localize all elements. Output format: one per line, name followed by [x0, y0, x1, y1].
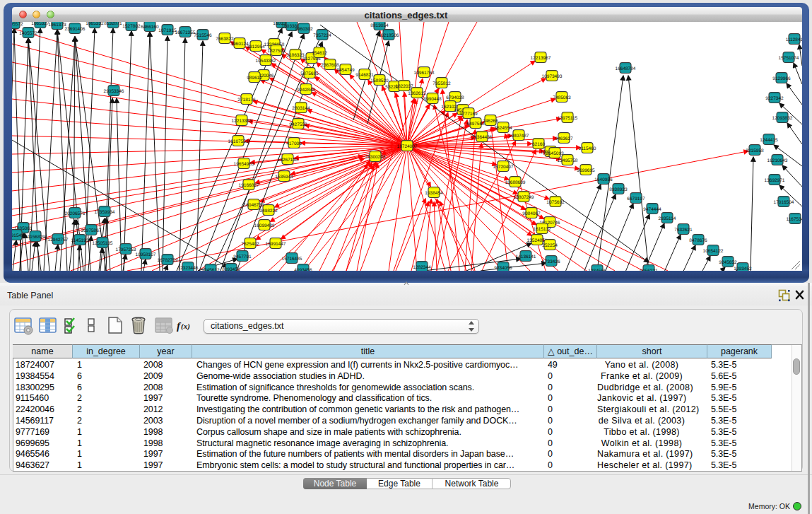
- svg-text:9834056: 9834056: [494, 266, 512, 271]
- svg-text:7485063: 7485063: [553, 95, 571, 100]
- svg-text:9960302: 9960302: [295, 27, 313, 32]
- svg-text:1065332: 1065332: [86, 22, 104, 26]
- svg-text:1615132: 1615132: [533, 227, 551, 232]
- svg-text:1588520: 1588520: [370, 78, 389, 83]
- svg-text:1961373: 1961373: [48, 23, 66, 28]
- svg-text:3960124: 3960124: [230, 42, 249, 47]
- svg-text:12942757: 12942757: [48, 238, 69, 243]
- svg-text:15751074: 15751074: [779, 56, 799, 61]
- svg-text:1938454: 1938454: [425, 191, 443, 196]
- svg-text:9084067: 9084067: [522, 211, 541, 216]
- svg-text:16782759: 16782759: [158, 258, 178, 263]
- svg-text:15716485: 15716485: [282, 257, 302, 262]
- svg-text:9242848: 9242848: [297, 88, 315, 93]
- svg-text:7955812: 7955812: [433, 81, 451, 86]
- svg-text:17016504: 17016504: [774, 200, 794, 205]
- svg-text:3912954: 3912954: [247, 45, 265, 49]
- svg-text:12323446: 12323446: [178, 266, 199, 271]
- svg-text:7632621: 7632621: [674, 228, 693, 233]
- svg-text:1527802: 1527802: [122, 24, 141, 29]
- svg-text:8532871: 8532871: [104, 22, 122, 26]
- svg-text:16991447: 16991447: [266, 242, 286, 247]
- svg-text:10543362: 10543362: [256, 59, 276, 64]
- svg-text:1167534: 1167534: [787, 217, 802, 222]
- svg-text:30975867: 30975867: [81, 228, 102, 233]
- svg-text:13975115: 13975115: [558, 116, 578, 121]
- svg-text:2367608: 2367608: [321, 63, 339, 68]
- svg-text:8938923: 8938923: [609, 187, 628, 192]
- svg-text:10958107: 10958107: [136, 252, 156, 257]
- svg-text:3624554: 3624554: [494, 126, 512, 131]
- svg-text:15720407: 15720407: [493, 165, 514, 170]
- svg-text:16099489: 16099489: [254, 223, 275, 228]
- svg-text:8990448: 8990448: [423, 97, 442, 102]
- svg-text:10973493: 10973493: [542, 74, 563, 79]
- svg-text:12213363: 12213363: [232, 119, 252, 124]
- svg-text:417006: 417006: [286, 141, 302, 146]
- svg-text:1145193: 1145193: [71, 238, 89, 243]
- svg-text:20206576: 20206576: [65, 211, 86, 216]
- svg-text:9699695: 9699695: [577, 168, 595, 173]
- svg-text:9129966: 9129966: [772, 76, 791, 81]
- svg-text:1640956: 1640956: [594, 177, 613, 182]
- svg-text:1405572: 1405572: [19, 31, 37, 36]
- svg-text:25300203: 25300203: [365, 155, 386, 160]
- svg-text:2803144: 2803144: [292, 106, 310, 111]
- svg-text:5875685: 5875685: [300, 71, 319, 76]
- svg-text:9146821: 9146821: [355, 73, 374, 78]
- svg-text:7663822: 7663822: [216, 37, 234, 42]
- svg-text:6794028: 6794028: [446, 95, 464, 100]
- svg-text:9457791: 9457791: [233, 255, 252, 259]
- svg-text:12093832: 12093832: [772, 116, 793, 121]
- svg-text:6466160: 6466160: [141, 25, 159, 30]
- svg-text:1362615: 1362615: [408, 91, 426, 96]
- svg-text:18724007: 18724007: [397, 144, 418, 149]
- svg-text:9245652: 9245652: [719, 260, 737, 265]
- svg-text:154612: 154612: [312, 51, 327, 56]
- svg-text:252254: 252254: [542, 243, 558, 248]
- svg-text:10688609: 10688609: [505, 180, 526, 185]
- svg-text:1112841: 1112841: [786, 37, 802, 42]
- svg-text:19654983: 19654983: [234, 162, 254, 167]
- svg-text:8215958: 8215958: [746, 148, 764, 153]
- svg-text:14136141: 14136141: [516, 255, 536, 259]
- svg-text:1535944: 1535944: [275, 175, 293, 180]
- svg-text:9427552: 9427552: [289, 122, 307, 127]
- svg-text:16671355: 16671355: [175, 30, 196, 35]
- svg-text:10807487: 10807487: [509, 134, 529, 139]
- svg-text:1733426: 1733426: [542, 259, 560, 264]
- svg-text:1075692: 1075692: [546, 200, 565, 205]
- svg-text:1282344: 1282344: [413, 265, 431, 270]
- svg-text:989612: 989612: [247, 76, 262, 81]
- svg-text:1065327: 1065327: [31, 22, 49, 26]
- svg-text:62160: 62160: [532, 142, 545, 147]
- svg-text:13692971: 13692971: [765, 178, 785, 183]
- svg-text:17957253: 17957253: [116, 247, 136, 252]
- svg-text:12505135: 12505135: [93, 241, 113, 246]
- svg-text:8454749: 8454749: [336, 68, 355, 73]
- svg-text:29053346: 29053346: [104, 89, 124, 94]
- svg-text:11156829: 11156829: [25, 235, 45, 240]
- svg-text:9463627: 9463627: [555, 136, 573, 141]
- svg-text:3498222: 3498222: [259, 209, 278, 214]
- svg-text:13495758: 13495758: [558, 158, 578, 163]
- svg-text:2718176: 2718176: [237, 98, 256, 103]
- svg-text:13267130: 13267130: [278, 158, 298, 163]
- svg-text:2935114: 2935114: [659, 216, 676, 221]
- svg-text:746266: 746266: [483, 119, 498, 124]
- svg-text:(x): (x): [181, 322, 190, 331]
- svg-text:8478676: 8478676: [689, 238, 707, 243]
- svg-text:17359934: 17359934: [95, 210, 115, 215]
- svg-text:1405572: 1405572: [12, 22, 23, 27]
- svg-text:9777169: 9777169: [459, 112, 478, 117]
- svg-text:19218506: 19218506: [379, 33, 399, 38]
- svg-text:1071915: 1071915: [158, 28, 177, 33]
- svg-text:23691406: 23691406: [65, 27, 86, 32]
- svg-text:7625402: 7625402: [241, 242, 259, 247]
- svg-text:7515546: 7515546: [194, 33, 212, 38]
- svg-text:21364436: 21364436: [472, 135, 493, 140]
- svg-text:16210643: 16210643: [767, 158, 788, 163]
- svg-text:18807249: 18807249: [514, 195, 534, 200]
- svg-text:1827509: 1827509: [267, 49, 286, 54]
- svg-text:1822037: 1822037: [395, 84, 413, 89]
